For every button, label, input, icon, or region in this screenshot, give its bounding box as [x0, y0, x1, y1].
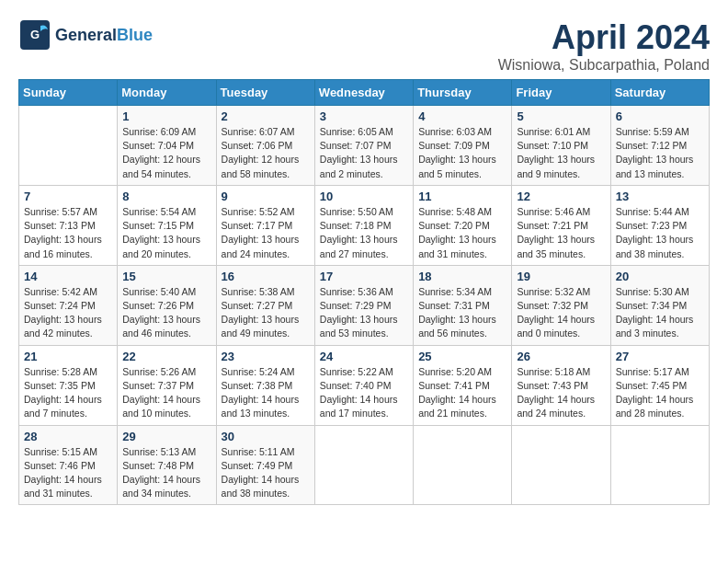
day-number: 22 [122, 350, 210, 363]
title-block: April 2024 Wisniowa, Subcarpathia, Polan… [498, 18, 710, 74]
week-row-4: 21Sunrise: 5:28 AMSunset: 7:35 PMDayligh… [19, 345, 710, 425]
calendar-cell: 16Sunrise: 5:38 AMSunset: 7:27 PMDayligh… [216, 265, 314, 345]
calendar-cell: 2Sunrise: 6:07 AMSunset: 7:06 PMDaylight… [216, 106, 314, 186]
day-info: Sunrise: 5:28 AMSunset: 7:35 PMDaylight:… [24, 365, 112, 421]
day-info: Sunrise: 5:11 AMSunset: 7:49 PMDaylight:… [222, 445, 310, 501]
calendar-cell: 6Sunrise: 5:59 AMSunset: 7:12 PMDaylight… [610, 106, 709, 186]
day-info: Sunrise: 5:24 AMSunset: 7:38 PMDaylight:… [222, 365, 310, 421]
day-number: 3 [320, 109, 408, 123]
day-number: 13 [616, 190, 704, 203]
day-number: 18 [418, 270, 506, 283]
day-info: Sunrise: 5:54 AMSunset: 7:15 PMDaylight:… [122, 205, 210, 261]
day-info: Sunrise: 5:57 AMSunset: 7:13 PMDaylight:… [24, 205, 112, 261]
day-number: 11 [418, 190, 506, 203]
day-info: Sunrise: 6:03 AMSunset: 7:09 PMDaylight:… [418, 125, 506, 181]
day-number: 1 [122, 109, 210, 123]
calendar-cell: 27Sunrise: 5:17 AMSunset: 7:45 PMDayligh… [610, 345, 709, 425]
column-header-thursday: Thursday [414, 80, 512, 106]
logo-text: GeneralBlue [55, 26, 153, 45]
day-info: Sunrise: 5:42 AMSunset: 7:24 PMDaylight:… [24, 285, 112, 341]
week-row-1: 1Sunrise: 6:09 AMSunset: 7:04 PMDaylight… [19, 106, 710, 186]
calendar-cell: 21Sunrise: 5:28 AMSunset: 7:35 PMDayligh… [19, 345, 118, 425]
day-info: Sunrise: 6:01 AMSunset: 7:10 PMDaylight:… [517, 125, 605, 181]
calendar-cell: 14Sunrise: 5:42 AMSunset: 7:24 PMDayligh… [19, 265, 118, 345]
calendar-cell: 10Sunrise: 5:50 AMSunset: 7:18 PMDayligh… [314, 185, 413, 265]
day-number: 20 [616, 270, 704, 283]
calendar-cell: 24Sunrise: 5:22 AMSunset: 7:40 PMDayligh… [314, 345, 413, 425]
calendar-cell: 13Sunrise: 5:44 AMSunset: 7:23 PMDayligh… [610, 185, 709, 265]
calendar-cell: 26Sunrise: 5:18 AMSunset: 7:43 PMDayligh… [512, 345, 610, 425]
calendar-cell: 5Sunrise: 6:01 AMSunset: 7:10 PMDaylight… [512, 106, 610, 186]
day-number: 23 [222, 350, 310, 363]
week-row-2: 7Sunrise: 5:57 AMSunset: 7:13 PMDaylight… [19, 185, 710, 265]
calendar-cell: 7Sunrise: 5:57 AMSunset: 7:13 PMDaylight… [19, 185, 118, 265]
calendar-cell [512, 425, 610, 505]
week-row-5: 28Sunrise: 5:15 AMSunset: 7:46 PMDayligh… [19, 425, 710, 505]
day-number: 8 [122, 190, 210, 203]
day-info: Sunrise: 5:26 AMSunset: 7:37 PMDaylight:… [122, 365, 210, 421]
calendar-cell: 20Sunrise: 5:30 AMSunset: 7:34 PMDayligh… [610, 265, 709, 345]
day-number: 24 [320, 350, 408, 363]
day-number: 10 [320, 190, 408, 203]
calendar-cell [414, 425, 512, 505]
day-number: 12 [517, 190, 605, 203]
column-header-saturday: Saturday [610, 80, 709, 106]
calendar-cell [610, 425, 709, 505]
day-number: 16 [222, 270, 310, 283]
day-number: 19 [517, 270, 605, 283]
day-info: Sunrise: 5:15 AMSunset: 7:46 PMDaylight:… [24, 445, 112, 501]
day-info: Sunrise: 5:52 AMSunset: 7:17 PMDaylight:… [222, 205, 310, 261]
day-number: 26 [517, 350, 605, 363]
day-info: Sunrise: 5:50 AMSunset: 7:18 PMDaylight:… [320, 205, 408, 261]
day-number: 15 [122, 270, 210, 283]
day-info: Sunrise: 5:34 AMSunset: 7:31 PMDaylight:… [418, 285, 506, 341]
column-header-monday: Monday [118, 80, 216, 106]
day-number: 30 [222, 430, 310, 443]
day-number: 5 [517, 109, 605, 123]
day-info: Sunrise: 5:36 AMSunset: 7:29 PMDaylight:… [320, 285, 408, 341]
day-number: 6 [616, 109, 704, 123]
day-number: 25 [418, 350, 506, 363]
calendar-cell [19, 106, 118, 186]
month-title: April 2024 [498, 18, 710, 57]
day-info: Sunrise: 5:30 AMSunset: 7:34 PMDaylight:… [616, 285, 704, 341]
calendar-cell: 18Sunrise: 5:34 AMSunset: 7:31 PMDayligh… [414, 265, 512, 345]
day-number: 9 [222, 190, 310, 203]
day-info: Sunrise: 5:22 AMSunset: 7:40 PMDaylight:… [320, 365, 408, 421]
column-header-wednesday: Wednesday [314, 80, 413, 106]
calendar-cell: 11Sunrise: 5:48 AMSunset: 7:20 PMDayligh… [414, 185, 512, 265]
column-header-sunday: Sunday [19, 80, 118, 106]
column-header-friday: Friday [512, 80, 610, 106]
day-number: 4 [418, 109, 506, 123]
day-info: Sunrise: 5:20 AMSunset: 7:41 PMDaylight:… [418, 365, 506, 421]
day-info: Sunrise: 5:32 AMSunset: 7:32 PMDaylight:… [517, 285, 605, 341]
calendar-cell: 29Sunrise: 5:13 AMSunset: 7:48 PMDayligh… [118, 425, 216, 505]
calendar-cell: 1Sunrise: 6:09 AMSunset: 7:04 PMDaylight… [118, 106, 216, 186]
calendar-cell: 17Sunrise: 5:36 AMSunset: 7:29 PMDayligh… [314, 265, 413, 345]
day-info: Sunrise: 5:59 AMSunset: 7:12 PMDaylight:… [616, 125, 704, 181]
logo: G GeneralBlue [18, 18, 153, 52]
calendar-cell: 9Sunrise: 5:52 AMSunset: 7:17 PMDaylight… [216, 185, 314, 265]
day-number: 17 [320, 270, 408, 283]
day-info: Sunrise: 6:05 AMSunset: 7:07 PMDaylight:… [320, 125, 408, 181]
day-info: Sunrise: 5:40 AMSunset: 7:26 PMDaylight:… [122, 285, 210, 341]
day-info: Sunrise: 5:44 AMSunset: 7:23 PMDaylight:… [616, 205, 704, 261]
day-info: Sunrise: 6:07 AMSunset: 7:06 PMDaylight:… [222, 125, 310, 181]
day-number: 28 [24, 430, 112, 443]
calendar-cell: 15Sunrise: 5:40 AMSunset: 7:26 PMDayligh… [118, 265, 216, 345]
calendar-cell: 3Sunrise: 6:05 AMSunset: 7:07 PMDaylight… [314, 106, 413, 186]
day-number: 29 [122, 430, 210, 443]
day-info: Sunrise: 6:09 AMSunset: 7:04 PMDaylight:… [122, 125, 210, 181]
calendar-cell: 23Sunrise: 5:24 AMSunset: 7:38 PMDayligh… [216, 345, 314, 425]
calendar-cell: 25Sunrise: 5:20 AMSunset: 7:41 PMDayligh… [414, 345, 512, 425]
day-number: 2 [222, 109, 310, 123]
calendar-cell: 30Sunrise: 5:11 AMSunset: 7:49 PMDayligh… [216, 425, 314, 505]
page-header: G GeneralBlue April 2024 Wisniowa, Subca… [18, 18, 710, 74]
day-info: Sunrise: 5:38 AMSunset: 7:27 PMDaylight:… [222, 285, 310, 341]
day-number: 7 [24, 190, 112, 203]
column-header-tuesday: Tuesday [216, 80, 314, 106]
calendar-cell: 8Sunrise: 5:54 AMSunset: 7:15 PMDaylight… [118, 185, 216, 265]
day-info: Sunrise: 5:13 AMSunset: 7:48 PMDaylight:… [122, 445, 210, 501]
calendar-cell [314, 425, 413, 505]
calendar-table: SundayMondayTuesdayWednesdayThursdayFrid… [18, 79, 710, 505]
